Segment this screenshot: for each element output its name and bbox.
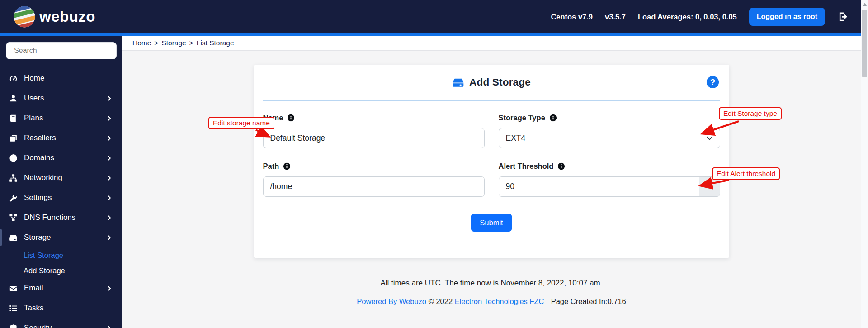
chevron-right-icon [106, 95, 112, 101]
hdd-icon [452, 76, 464, 89]
hdd-icon [9, 233, 18, 242]
sidebar-item-label: Tasks [24, 304, 43, 313]
chevron-right-icon [106, 215, 112, 221]
globe-icon [9, 154, 18, 162]
powered-by-link[interactable]: Powered By Webuzo [357, 297, 426, 305]
sitemap-icon [9, 174, 18, 182]
breadcrumb: Home>Storage>List Storage [122, 36, 861, 51]
load-averages: Load Averages: 0, 0.03, 0.05 [638, 13, 737, 21]
sidebar-item-security[interactable]: Security [0, 318, 122, 328]
copyright-text: © 2022 [429, 297, 453, 305]
sidebar-item-label: Settings [24, 193, 52, 202]
page-scrollbar[interactable] [861, 0, 868, 328]
annotation-edit-alert-threshold: Edit Alert threshold [712, 167, 780, 180]
sidebar-subitem-label: List Storage [24, 251, 63, 260]
company-link[interactable]: Electron Technologies FZC [455, 297, 544, 305]
info-icon[interactable] [283, 162, 291, 170]
dns-icon [9, 214, 18, 222]
annotation-edit-storage-type: Edit Storage type [719, 107, 782, 120]
logged-in-badge[interactable]: Logged in as root [749, 8, 825, 26]
webuzo-admin-page: webuzo Centos v7.9 v3.5.7 Load Averages:… [0, 0, 868, 328]
sidebar-item-label: Resellers [24, 133, 56, 143]
annotation-edit-storage-name: Edit storage name [208, 117, 274, 129]
sidebar-subitem-label: Add Storage [24, 266, 65, 275]
storage-type-label: Storage Type [499, 114, 545, 122]
sidebar-item-dns-functions[interactable]: DNS Functions [0, 208, 122, 228]
sidebar-item-label: Plans [24, 114, 43, 123]
scrollbar-up-arrow[interactable] [863, 3, 867, 6]
list-icon [9, 304, 18, 313]
breadcrumb-separator: > [189, 39, 193, 47]
name-field-group: Name [263, 113, 485, 148]
path-label: Path [263, 162, 279, 171]
sidebar-item-email[interactable]: Email [0, 278, 122, 298]
alert-threshold-input[interactable] [499, 176, 699, 197]
storage-type-value: EXT4 [506, 133, 526, 143]
chevron-right-icon [106, 195, 112, 201]
breadcrumb-list-storage[interactable]: List Storage [197, 39, 234, 47]
sidebar-item-tasks[interactable]: Tasks [0, 298, 122, 318]
panel-version: v3.5.7 [605, 13, 626, 21]
main-area: Home>Storage>List Storage Add Storage ? … [122, 36, 861, 328]
card-header: Add Storage ? [263, 65, 720, 101]
dashboard-icon [9, 74, 18, 83]
sidebar-item-resellers[interactable]: Resellers [0, 128, 122, 148]
book-icon [9, 114, 18, 123]
sidebar-item-label: Security [24, 323, 52, 328]
sidebar: Home Users Plans Resellers Domains [0, 36, 122, 328]
info-icon[interactable] [557, 162, 565, 170]
search-input[interactable] [6, 42, 117, 59]
sidebar-subitem-add-storage[interactable]: Add Storage [0, 263, 122, 278]
sidebar-item-label: DNS Functions [24, 213, 75, 222]
footer-credits: Powered By Webuzo © 2022 Electron Techno… [122, 297, 861, 306]
top-navbar: webuzo Centos v7.9 v3.5.7 Load Averages:… [0, 0, 861, 36]
copy-icon [9, 134, 18, 143]
sidebar-item-networking[interactable]: Networking [0, 168, 122, 188]
sidebar-item-label: Domains [24, 153, 54, 162]
storage-type-select[interactable]: EXT4 [499, 128, 720, 148]
breadcrumb-home[interactable]: Home [132, 39, 151, 47]
sidebar-item-settings[interactable]: Settings [0, 188, 122, 208]
chevron-right-icon [106, 115, 112, 121]
os-version: Centos v7.9 [551, 13, 593, 21]
sign-out-icon[interactable] [837, 11, 849, 23]
time-note: All times are UTC. The time now is Novem… [122, 279, 861, 288]
threshold-field-group: Alert Threshold % [499, 161, 720, 197]
type-field-group: Storage Type EXT4 [499, 113, 720, 148]
sidebar-item-storage[interactable]: Storage [0, 228, 122, 247]
info-icon[interactable] [287, 114, 295, 122]
sidebar-item-label: Networking [24, 173, 62, 182]
sidebar-item-label: Users [24, 94, 44, 103]
sidebar-item-home[interactable]: Home [0, 68, 122, 88]
add-storage-card: Add Storage ? Name Storage Type [254, 65, 729, 258]
shield-icon [9, 324, 18, 328]
breadcrumb-storage[interactable]: Storage [161, 39, 186, 47]
sidebar-nav: Home Users Plans Resellers Domains [0, 68, 122, 328]
sidebar-item-domains[interactable]: Domains [0, 148, 122, 168]
content-area: Add Storage ? Name Storage Type [122, 51, 861, 328]
submit-button[interactable]: Submit [471, 214, 512, 232]
breadcrumb-separator: > [154, 39, 158, 47]
user-icon [9, 94, 18, 103]
webuzo-logo-icon [13, 5, 36, 29]
path-input[interactable] [263, 176, 485, 197]
sidebar-item-label: Storage [24, 233, 51, 242]
sidebar-item-label: Home [24, 74, 44, 83]
scrollbar-thumb[interactable] [862, 10, 867, 77]
info-icon[interactable] [549, 114, 557, 122]
sidebar-item-users[interactable]: Users [0, 88, 122, 108]
storage-name-input[interactable] [263, 128, 485, 148]
page-created-text: Page Created In:0.716 [551, 297, 626, 305]
chevron-right-icon [106, 325, 112, 328]
webuzo-logo[interactable]: webuzo [13, 5, 95, 29]
path-field-group: Path [263, 161, 485, 197]
sidebar-item-plans[interactable]: Plans [0, 108, 122, 128]
help-icon[interactable]: ? [706, 76, 719, 89]
sidebar-item-label: Email [24, 284, 43, 293]
chevron-right-icon [106, 235, 112, 241]
sidebar-subitem-list-storage[interactable]: List Storage [0, 247, 122, 263]
storage-form: Name Storage Type EXT4 [263, 113, 720, 197]
logo-text: webuzo [39, 8, 95, 25]
wrench-icon [9, 194, 18, 202]
chevron-right-icon [106, 285, 112, 291]
